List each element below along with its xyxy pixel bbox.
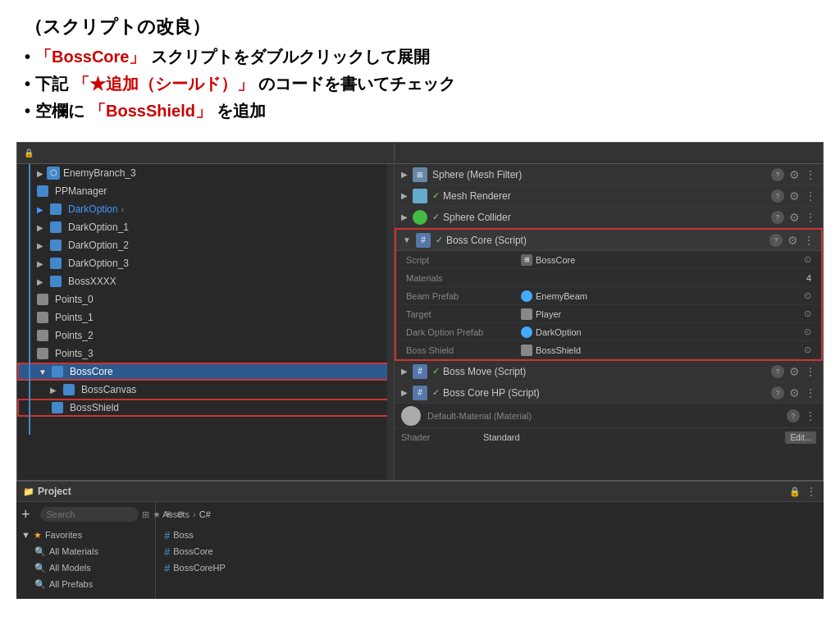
dark-option-text: DarkOption bbox=[536, 327, 582, 337]
item-label: PPManager bbox=[55, 185, 107, 197]
hierarchy-item-bosscanvas[interactable]: ▶ BossCanvas bbox=[17, 381, 394, 399]
hierarchy-item-bosscore[interactable]: ▼ BossCore bbox=[17, 363, 394, 381]
all-materials-label: All Materials bbox=[49, 546, 98, 556]
script-value-text: BossCore bbox=[536, 255, 575, 265]
circle-icon[interactable]: ⊙ bbox=[804, 308, 811, 319]
help-icon[interactable]: ? bbox=[771, 189, 784, 203]
beam-value-text: EnemyBeam bbox=[536, 291, 587, 301]
item-icon bbox=[37, 330, 48, 341]
item-label: Points_0 bbox=[55, 294, 94, 305]
search-input[interactable] bbox=[40, 507, 139, 522]
component-boss-core-hp[interactable]: ▶ # ✓ Boss Core HP (Script) ? ⚙ ⋮ bbox=[395, 382, 823, 404]
settings-icon[interactable]: ⚙ bbox=[789, 168, 800, 181]
prop-script-label: Script bbox=[406, 255, 521, 265]
circle-icon[interactable]: ⊙ bbox=[804, 290, 811, 301]
edit-button[interactable]: Edit... bbox=[785, 431, 816, 444]
add-button[interactable]: + bbox=[21, 507, 30, 522]
all-materials-item[interactable]: 🔍 All Materials bbox=[21, 543, 150, 559]
all-prefabs-item[interactable]: 🔍 All Prefabs bbox=[21, 576, 150, 592]
help-icon[interactable]: ? bbox=[769, 234, 783, 247]
asset-bosscore-label: BossCore bbox=[173, 546, 212, 556]
component-boss-move[interactable]: ▶ # ✓ Boss Move (Script) ? ⚙ ⋮ bbox=[395, 361, 823, 382]
breadcrumb-assets[interactable]: Assets bbox=[162, 509, 189, 519]
bullet-3: • 空欄に 「BossShield」 を追加 bbox=[25, 100, 815, 122]
hierarchy-item-ppmanager[interactable]: PPManager bbox=[17, 182, 394, 200]
help-icon[interactable]: ? bbox=[771, 168, 784, 181]
help-icon[interactable]: ? bbox=[771, 211, 784, 224]
hierarchy-item-darkoption2[interactable]: ▶ DarkOption_2 bbox=[17, 236, 394, 254]
hierarchy-item-darkoption[interactable]: ▶ DarkOption › bbox=[17, 200, 394, 218]
item-icon bbox=[50, 258, 62, 269]
check-icon: ✓ bbox=[432, 366, 440, 377]
settings-icon[interactable]: ⚙ bbox=[788, 234, 798, 247]
hierarchy-item-enemybranch[interactable]: ▶ ⬡ EnemyBranch_3 bbox=[17, 164, 394, 182]
all-models-label: All Models bbox=[49, 563, 91, 573]
more-icon[interactable]: ⋮ bbox=[803, 234, 815, 247]
hierarchy-item-bossshield[interactable]: BossShield bbox=[17, 399, 394, 417]
script-icon: # bbox=[416, 233, 431, 248]
project-icon: 📁 bbox=[23, 486, 34, 497]
bosscore-script-label: Boss Core (Script) bbox=[446, 235, 769, 246]
circle-icon[interactable]: ⊙ bbox=[804, 345, 811, 355]
asset-boss[interactable]: # Boss bbox=[162, 527, 817, 543]
check-icon: ✓ bbox=[432, 212, 440, 222]
settings-icon[interactable]: ⚙ bbox=[789, 365, 800, 378]
help-icon[interactable]: ? bbox=[771, 365, 784, 378]
boss-shield-label: Boss Shield bbox=[406, 345, 521, 355]
search-bar: + ⊞ ★ 👁 ⚙ bbox=[21, 505, 150, 523]
prop-script: Script ⊞ BossCore ⊙ bbox=[396, 251, 821, 269]
hierarchy-item-points3[interactable]: Points_3 bbox=[17, 345, 394, 363]
component-settings: ? ⚙ ⋮ bbox=[771, 211, 816, 224]
unity-screenshot: 🔒 ▶ ⬡ EnemyBranch_3 PPManager bbox=[16, 142, 824, 481]
bullet-symbol-2: • bbox=[25, 75, 30, 94]
bullet-1-normal: スクリプトをダブルクリックして展開 bbox=[151, 46, 430, 68]
arrow-icon: ▶ bbox=[37, 259, 47, 268]
breadcrumb-csharp[interactable]: C# bbox=[199, 509, 211, 519]
settings-icon[interactable]: ⚙ bbox=[789, 211, 800, 224]
more-icon[interactable]: ⋮ bbox=[805, 211, 816, 224]
item-label: DarkOption_1 bbox=[68, 221, 129, 233]
item-icon bbox=[37, 348, 48, 359]
more-icon[interactable]: ⋮ bbox=[805, 409, 816, 422]
component-bosscore-script[interactable]: ▼ # ✓ Boss Core (Script) ? ⚙ ⋮ Script ⊞ bbox=[395, 228, 823, 361]
hierarchy-item-darkoption1[interactable]: ▶ DarkOption_1 bbox=[17, 218, 394, 236]
hierarchy-item-points1[interactable]: Points_1 bbox=[17, 308, 394, 326]
dark-option-label: Dark Option Prefab bbox=[406, 327, 521, 337]
asset-bosscoreHP[interactable]: # BossCoreHP bbox=[162, 559, 817, 576]
hierarchy-item-darkoption3[interactable]: ▶ DarkOption_3 bbox=[17, 254, 394, 272]
favorites-header[interactable]: ▼ ★ Favorites bbox=[21, 527, 150, 543]
circle-icon[interactable]: ⊙ bbox=[804, 326, 811, 337]
hierarchy-item-points0[interactable]: Points_0 bbox=[17, 290, 394, 308]
component-mesh-renderer[interactable]: ▶ ✓ Mesh Renderer ? ⚙ ⋮ bbox=[395, 185, 823, 207]
filter-icon[interactable]: ⊞ bbox=[142, 509, 149, 520]
bullet-2-normal: のコードを書いてチェック bbox=[258, 73, 455, 95]
more-icon[interactable]: ⋮ bbox=[805, 365, 816, 378]
settings-icon[interactable]: ⚙ bbox=[789, 386, 800, 399]
project-panel: + ⊞ ★ 👁 ⚙ ▼ ★ Favorites 🔍 All Materials … bbox=[16, 502, 824, 599]
expand-icon: ▼ bbox=[403, 235, 411, 244]
help-icon[interactable]: ? bbox=[787, 409, 800, 422]
component-mesh-filter[interactable]: ▶ ⊞ Sphere (Mesh Filter) ? ⚙ ⋮ bbox=[395, 164, 823, 185]
more-icon[interactable]: ⋮ bbox=[805, 168, 816, 181]
hierarchy-item-bossxxxx[interactable]: ▶ BossXXXX bbox=[17, 272, 394, 290]
scrollbar[interactable] bbox=[387, 164, 394, 480]
prop-target: Target Player ⊙ bbox=[396, 305, 821, 323]
more-icon[interactable]: ⋮ bbox=[806, 485, 817, 498]
sphere-collider-label: Sphere Collider bbox=[443, 212, 771, 223]
material-sphere bbox=[401, 406, 421, 426]
help-icon[interactable]: ? bbox=[771, 386, 784, 399]
boss-core-hp-label: Boss Core HP (Script) bbox=[443, 387, 771, 399]
arrow-right: › bbox=[121, 205, 124, 214]
all-models-item[interactable]: 🔍 All Models bbox=[21, 559, 150, 576]
settings-icon[interactable]: ⚙ bbox=[789, 189, 800, 203]
component-sphere-collider[interactable]: ▶ ✓ Sphere Collider ? ⚙ ⋮ bbox=[395, 207, 823, 228]
more-icon[interactable]: ⋮ bbox=[805, 189, 816, 203]
bullet-2: • 下記 「★追加（シールド）」 のコードを書いてチェック bbox=[25, 73, 815, 95]
hierarchy-item-points2[interactable]: Points_2 bbox=[17, 326, 394, 345]
more-icon[interactable]: ⋮ bbox=[805, 386, 816, 399]
circle-icon[interactable]: ⊙ bbox=[804, 254, 811, 265]
hierarchy-blue-line bbox=[29, 164, 30, 435]
item-icon bbox=[37, 185, 48, 197]
item-icon bbox=[50, 276, 62, 287]
asset-bosscore[interactable]: # BossCore bbox=[162, 543, 817, 559]
